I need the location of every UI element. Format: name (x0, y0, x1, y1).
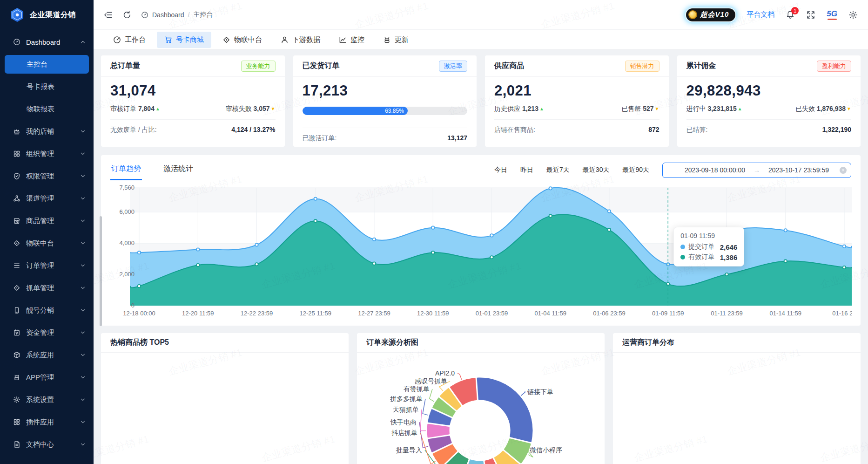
breadcrumb-current: 主控台 (193, 11, 213, 19)
date-clear-icon[interactable] (840, 167, 847, 174)
vip-badge-label: 超会V10 (700, 10, 729, 19)
sidebar-item-商品管理[interactable]: 商品管理 (0, 210, 94, 232)
sidebar-item-label: 渠道管理 (26, 194, 54, 203)
tab-号卡商城[interactable]: 号卡商城 (157, 32, 211, 48)
sidebar-item-权限管理[interactable]: 权限管理 (0, 165, 94, 187)
tab-更新[interactable]: 更新 (376, 32, 416, 48)
svg-text:链接下单: 链接下单 (527, 388, 553, 396)
target-icon (13, 284, 20, 292)
notifications-bell-icon[interactable]: 1 (786, 10, 795, 20)
sidebar-item-抓单管理[interactable]: 抓单管理 (0, 277, 94, 299)
order-sources-donut[interactable]: 链接下单微信小程序批量导入抖店抓单快手电商天猫抓单拼多多抓单有赞抓单感叹号抓单A… (357, 353, 605, 464)
sidebar-item-系统设置[interactable]: 系统设置 (0, 389, 94, 411)
donut-segment-链接下单[interactable] (478, 378, 532, 442)
content: 总订单量 业务能力 31,074 审核订单 7,804▲ 审核失败 3,057▼… (94, 50, 868, 464)
settings-gear-icon[interactable] (848, 10, 858, 20)
sidebar-item-label: 物联中台 (26, 239, 54, 248)
android-icon (13, 374, 20, 381)
cart-icon (164, 36, 172, 44)
trend-up-icon: ▲ (539, 106, 544, 111)
card-title: 供应商品 (494, 61, 524, 71)
sidebar-item-主控台[interactable]: 主控台 (0, 53, 94, 75)
svg-text:微信小程序: 微信小程序 (530, 446, 562, 454)
menu-collapse-icon[interactable] (104, 10, 113, 20)
card-badge: 激活率 (439, 61, 467, 72)
sidebar-item-物联报表[interactable]: 物联报表 (0, 98, 94, 120)
sidebar-item-dashboard[interactable]: Dashboard (0, 31, 94, 53)
quick-filter-昨日[interactable]: 昨日 (520, 166, 533, 174)
platform-docs-link[interactable]: 平台文档 (747, 10, 774, 19)
panel-hot-products: 热销商品榜 TOP5 (101, 333, 349, 464)
plugin-icon (13, 418, 20, 426)
svg-text:01-11 23:59: 01-11 23:59 (711, 310, 742, 317)
sidebar-item-号卡报表[interactable]: 号卡报表 (0, 75, 94, 98)
vip-badge[interactable]: 超会V10 (686, 8, 736, 21)
list-icon (13, 262, 20, 269)
svg-text:0: 0 (131, 302, 135, 309)
sidebar-item-订单管理[interactable]: 订单管理 (0, 254, 94, 277)
chevron-down-icon (80, 419, 86, 425)
sidebar-item-APP管理[interactable]: APP管理 (0, 366, 94, 389)
activation-progress-bar: 63.85% (303, 107, 468, 115)
share-icon (13, 195, 20, 202)
fullscreen-icon[interactable] (806, 10, 815, 20)
sidebar-item-label: 系统应用 (26, 351, 54, 360)
date-end[interactable]: 2023-10-17 23:59:59 (768, 166, 829, 174)
stat-cards-row: 总订单量 业务能力 31,074 审核订单 7,804▲ 审核失败 3,057▼… (101, 55, 861, 147)
tab-工作台[interactable]: 工作台 (106, 32, 153, 48)
sidebar-item-渠道管理[interactable]: 渠道管理 (0, 187, 94, 210)
quick-filter-最近7天[interactable]: 最近7天 (546, 166, 570, 174)
sidebar-menu: Dashboard 主控台号卡报表物联报表 我的店铺 组织管理 权限管理 渠道管… (0, 30, 94, 456)
svg-text:快手电商: 快手电商 (390, 418, 417, 426)
svg-text:12-30 11:59: 12-30 11:59 (417, 310, 449, 317)
svg-text:12-25 11:59: 12-25 11:59 (300, 310, 331, 317)
tab-activation-stats[interactable]: 激活统计 (162, 160, 194, 180)
chevron-down-icon (80, 285, 86, 291)
gauge-icon (13, 38, 20, 46)
tab-order-trend[interactable]: 订单趋势 (110, 160, 142, 180)
breadcrumb-separator: / (188, 11, 190, 19)
quick-filter-最近30天[interactable]: 最近30天 (583, 166, 610, 174)
donut-segment-天猫抓单[interactable] (428, 424, 449, 437)
card-sub-right: 审核失败 3,057▼ (226, 105, 276, 113)
date-range-picker[interactable]: 2023-09-18 00:00:00 2023-10-17 23:59:59 (662, 163, 851, 178)
sidebar-item-文档中心[interactable]: 文档中心 (0, 433, 94, 456)
sidebar-item-label: 权限管理 (26, 172, 54, 181)
svg-text:抖店抓单: 抖店抓单 (391, 429, 417, 437)
card-footer: 已激活订单:13,127 (303, 128, 468, 143)
sidebar-item-靓号分销[interactable]: 靓号分销 (0, 299, 94, 321)
sidebar-item-系统应用[interactable]: 系统应用 (0, 344, 94, 366)
refresh-icon[interactable] (122, 10, 132, 20)
notification-count-badge: 1 (791, 7, 799, 14)
main-area: Dashboard / 主控台 超会V10 平台文档 1 5G (94, 0, 868, 464)
sidebar-item-label: 抓单管理 (26, 284, 54, 293)
tab-物联中台[interactable]: 物联中台 (215, 32, 269, 48)
quick-filter-今日[interactable]: 今日 (494, 166, 507, 174)
sidebar-item-插件应用[interactable]: 插件应用 (0, 411, 94, 433)
card-sub-left: 审核订单 7,804▲ (110, 105, 160, 113)
breadcrumb-root[interactable]: Dashboard (152, 11, 184, 19)
series-dot-submitted (680, 245, 685, 249)
card-sub-left: 历史供应 1,213▲ (494, 105, 544, 113)
sidebar-item-组织管理[interactable]: 组织管理 (0, 143, 94, 165)
chevron-down-icon (80, 218, 86, 224)
chevron-down-icon (80, 307, 86, 314)
content-scrollbar[interactable] (100, 216, 102, 326)
tab-下游数据[interactable]: 下游数据 (273, 32, 328, 48)
chevron-down-icon (80, 150, 86, 157)
iot-icon (222, 36, 230, 44)
tooltip-row: 提交订单2,646 (680, 243, 737, 251)
date-start[interactable]: 2023-09-18 00:00:00 (685, 166, 745, 174)
quick-filter-最近90天[interactable]: 最近90天 (622, 166, 649, 174)
operator-distribution-body (613, 353, 861, 464)
sidebar-item-资金管理[interactable]: 资金管理 (0, 321, 94, 344)
topbar: Dashboard / 主控台 超会V10 平台文档 1 5G (94, 0, 868, 29)
trend-chart[interactable]: 02,0004,0006,0007,56012-18 00:0012-20 11… (110, 180, 851, 320)
tab-监控[interactable]: 监控 (331, 32, 372, 48)
chart-tooltip: 01-09 11:59 提交订单2,646 有效订单1,386 (673, 227, 744, 266)
5g-logo[interactable]: 5G (827, 10, 837, 20)
trend-up-icon: ▲ (738, 106, 742, 111)
app-logo[interactable]: 企业渠道分销 (0, 0, 94, 30)
sidebar-item-物联中台[interactable]: 物联中台 (0, 232, 94, 254)
sidebar-item-我的店铺[interactable]: 我的店铺 (0, 120, 94, 143)
